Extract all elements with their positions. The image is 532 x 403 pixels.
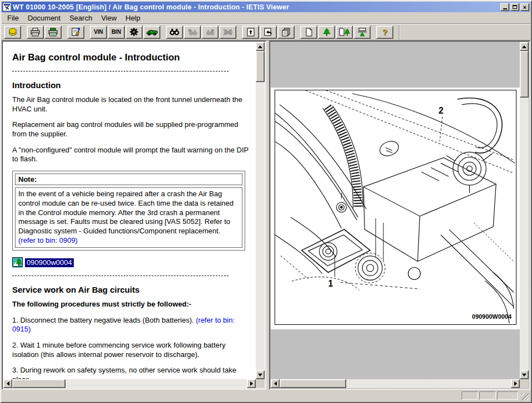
viewer-image-strip: 2 1 090900W0004: [271, 88, 520, 329]
find-button[interactable]: [166, 25, 183, 39]
resize-grip[interactable]: [521, 393, 529, 400]
close-icon: ×: [523, 4, 526, 10]
image-thumbnail-icon: [12, 257, 23, 268]
find-next-icon: [205, 28, 215, 36]
arrow-down-icon: [258, 374, 262, 376]
viewer-bottom-band: [271, 329, 520, 379]
callout-1: 1: [328, 279, 333, 288]
car-icon: [146, 28, 158, 36]
app-icon: [3, 3, 11, 11]
go-up-button[interactable]: [242, 25, 259, 39]
vin-button[interactable]: VIN: [90, 25, 107, 39]
page-title: Air Bag control module - Introduction: [12, 52, 250, 63]
database-icon: [8, 28, 18, 37]
menu-file[interactable]: File: [3, 13, 23, 23]
arrow-up-icon: [522, 45, 526, 48]
maximize-icon: [513, 5, 517, 9]
arrow-down-icon: [522, 374, 526, 376]
service-heading: Service work on Air Bag circuits: [12, 285, 250, 294]
menu-document[interactable]: Document: [23, 13, 65, 23]
print-preview-button[interactable]: [44, 25, 62, 39]
document-body: Air Bag control module - Introduction In…: [3, 42, 256, 379]
print-preview-icon: [48, 28, 58, 37]
scroll-down-button[interactable]: [256, 370, 265, 379]
find-icon: [169, 28, 180, 36]
scroll-right-button[interactable]: [511, 379, 520, 388]
viewer-top-band: [271, 42, 520, 88]
gear-icon: [129, 27, 139, 37]
viewer-vertical-scrollbar[interactable]: [520, 42, 529, 379]
note-box: Note: In the event of a vehicle being re…: [12, 171, 245, 251]
intro-paragraph: The Air Bag control module is located on…: [12, 95, 250, 114]
note-text: In the event of a vehicle being repaired…: [18, 190, 234, 236]
viewer-horizontal-scrollbar[interactable]: [271, 379, 520, 388]
technical-illustration: 2 1 090900W0004: [275, 90, 516, 325]
menu-search[interactable]: Search: [65, 13, 97, 23]
arrow-up-icon: [258, 45, 262, 48]
minimize-icon: [503, 8, 507, 9]
arrow-left-icon: [274, 381, 277, 386]
toolbar: VIN BIN: [2, 24, 530, 40]
find-cancel-icon: [222, 28, 233, 36]
annotation-icon: [71, 27, 81, 37]
document-icon: [305, 28, 313, 37]
scroll-left-button[interactable]: [271, 379, 280, 388]
find-cancel-button[interactable]: [219, 25, 236, 39]
go-back-button[interactable]: [260, 25, 277, 39]
figure-link[interactable]: 090900w0004: [25, 258, 74, 267]
annotation-button[interactable]: [67, 25, 84, 39]
note-body: In the event of a vehicle being repaired…: [15, 187, 242, 248]
help-button[interactable]: ?: [376, 25, 393, 39]
dashed-separator: [12, 276, 229, 276]
intro-paragraph: A "non-configured" control module will p…: [12, 146, 250, 164]
document-tree-icon: [339, 28, 350, 37]
bin-button[interactable]: BIN: [108, 25, 125, 39]
status-bar: [2, 390, 530, 401]
intro-paragraph: Replacement air bag control modules will…: [12, 120, 250, 139]
scroll-up-button[interactable]: [256, 42, 265, 51]
status-cell: [497, 391, 518, 400]
find-next-button[interactable]: [201, 25, 219, 39]
scroll-up-button[interactable]: [520, 42, 529, 51]
status-cell: [479, 391, 496, 400]
vin-label: VIN: [94, 29, 103, 35]
document-and-tree-button[interactable]: [336, 25, 353, 39]
database-button[interactable]: [4, 25, 21, 39]
service-step: 2. Wait 1 minute before commencing servi…: [12, 341, 250, 359]
document-vertical-scrollbar[interactable]: [256, 42, 265, 379]
contents-tree-button[interactable]: [318, 25, 335, 39]
title-bar: WT 01000 10-2005 [English] / Air Bag con…: [2, 2, 530, 12]
horizontal-scroll-thumb[interactable]: [280, 379, 346, 388]
split-view-button[interactable]: [353, 25, 371, 39]
menu-view[interactable]: View: [97, 13, 121, 23]
scroll-right-button[interactable]: [247, 379, 256, 388]
toolbar-separator: [399, 25, 400, 39]
document-horizontal-scrollbar[interactable]: [3, 379, 256, 388]
status-cell: [462, 391, 478, 400]
introduction-heading: Introduction: [12, 80, 250, 90]
print-button[interactable]: [27, 25, 44, 39]
history-button[interactable]: [277, 25, 295, 39]
scroll-left-button[interactable]: [3, 379, 12, 388]
close-button[interactable]: ×: [520, 3, 529, 11]
illustration-pane: 2 1 090900W0004: [269, 40, 530, 390]
note-bin-link[interactable]: (refer to bin: 0909): [18, 236, 78, 244]
note-label: Note:: [15, 174, 242, 185]
maximize-button[interactable]: [510, 3, 519, 11]
vehicle-button[interactable]: [143, 25, 160, 39]
vertical-scroll-thumb[interactable]: [256, 51, 265, 82]
service-lead: The following procedures must strictly b…: [12, 300, 250, 309]
vertical-scroll-thumb[interactable]: [520, 51, 529, 98]
dashed-separator: [12, 71, 229, 72]
horizontal-scroll-thumb[interactable]: [12, 379, 65, 388]
app-window: WT 01000 10-2005 [English] / Air Bag con…: [0, 0, 532, 403]
document-button[interactable]: [300, 25, 317, 39]
find-previous-button[interactable]: [184, 25, 201, 39]
service-step: 1. Disconnect the battery negative leads…: [12, 316, 250, 334]
settings-button[interactable]: [125, 25, 143, 39]
split-view-icon: [357, 28, 367, 37]
scrollbar-corner: [520, 379, 529, 388]
scroll-down-button[interactable]: [520, 370, 529, 379]
menu-help[interactable]: Help: [121, 13, 145, 23]
minimize-button[interactable]: [500, 3, 509, 11]
